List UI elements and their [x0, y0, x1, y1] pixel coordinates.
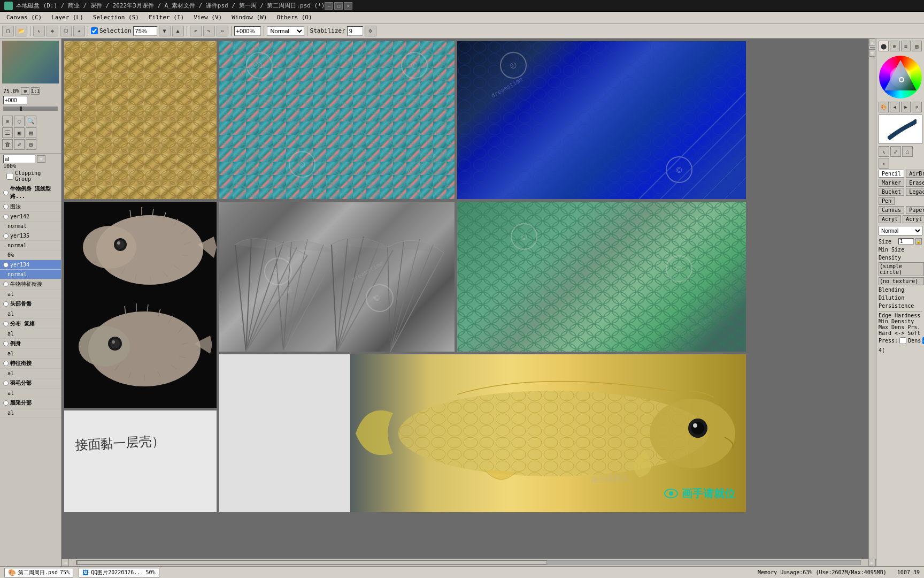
rotate-btn-2[interactable]: ↷ — [203, 26, 215, 36]
eraser-btn[interactable]: Eraser — [906, 179, 924, 187]
bucket-btn[interactable]: Bucket — [879, 188, 904, 196]
canvas-area[interactable]: dreamstime dreamstime dreamstime — [61, 39, 876, 566]
layer-eye[interactable] — [3, 341, 9, 346]
layer-142-sub[interactable]: normal — [0, 222, 61, 231]
color-forward-btn[interactable]: ▶ — [901, 102, 911, 112]
layer-al-feature[interactable]: al — [0, 369, 61, 378]
flip-btn[interactable]: ⇔ — [217, 26, 228, 36]
maximize-button[interactable]: □ — [334, 2, 343, 10]
layer-134[interactable]: yer134 — [0, 260, 61, 270]
color-preset-btn[interactable]: ▤ — [912, 41, 922, 51]
horizontal-scrollbar[interactable]: ◄ ► — [61, 559, 876, 566]
layer-eye[interactable] — [3, 361, 9, 366]
acryl2-btn[interactable]: Acryl — [903, 215, 924, 223]
size-input-box[interactable]: 1 — [898, 238, 914, 245]
status-file-1[interactable]: 🎨 第二周周日.psd 75% — [4, 568, 73, 577]
press-checkbox[interactable] — [899, 337, 906, 344]
layer-eye[interactable] — [3, 190, 9, 195]
layer-feature-group[interactable]: 特征衔接 — [0, 359, 61, 369]
menu-canvas[interactable]: Canvas (C) — [2, 13, 46, 22]
layer-draw-method[interactable]: 图法 — [0, 202, 61, 212]
layer-eye[interactable] — [3, 321, 9, 326]
layer-al-bio[interactable]: al — [0, 290, 61, 299]
menu-filter[interactable]: Filter (I) — [144, 13, 188, 22]
scroll-right-btn[interactable]: ► — [868, 559, 876, 566]
layer-name-input[interactable] — [3, 155, 35, 163]
color-wheel[interactable] — [879, 56, 922, 98]
zoom-up-btn[interactable]: ▲ — [172, 26, 184, 36]
layer-eye[interactable] — [3, 400, 9, 406]
minimize-button[interactable]: — — [325, 2, 333, 10]
layer-135[interactable]: yer135 — [0, 231, 61, 241]
magic-wand-btn[interactable]: ✦ — [73, 26, 85, 36]
pen-btn[interactable]: Pen — [879, 197, 895, 205]
menu-others[interactable]: Others (O) — [272, 13, 316, 22]
eyedrop-tool[interactable]: ⊕ — [2, 116, 13, 126]
scroll-track[interactable] — [76, 560, 861, 565]
selection-checkbox[interactable] — [91, 27, 98, 34]
new-button[interactable]: □ — [2, 26, 14, 36]
eyedrop2-tool[interactable]: ✐ — [14, 139, 25, 150]
layer-135-opacity[interactable]: 0% — [0, 250, 61, 260]
zoom-fit-btn[interactable]: ⊞ — [21, 87, 29, 95]
lasso-tool-btn[interactable]: ⬡ — [60, 26, 72, 36]
stabilizer-settings-btn[interactable]: ⚙ — [365, 26, 376, 36]
layer-menu-btn[interactable]: ▼ — [37, 155, 45, 163]
menu-selection[interactable]: Selection (S) — [89, 13, 143, 22]
rotate-btn-1[interactable]: ↶ — [190, 26, 202, 36]
scroll-thumb[interactable] — [77, 560, 547, 565]
trash-tool[interactable]: 🗑 — [2, 139, 13, 150]
layer-135-sub[interactable]: normal — [0, 241, 61, 250]
paper-btn[interactable]: Paper — [906, 206, 924, 214]
wand-tool-icon[interactable]: ✦ — [879, 158, 889, 169]
layer-al-color[interactable]: al — [0, 408, 61, 418]
zoom-tool[interactable]: 🔍 — [26, 116, 36, 126]
layer-bio-outline[interactable]: 牛物例身 流线型路... — [0, 184, 61, 202]
layer-eye[interactable] — [3, 233, 9, 239]
color-prev-btn[interactable]: ◀ — [890, 102, 900, 112]
blend-mode-dropdown[interactable]: Normal — [267, 26, 304, 36]
canvas-btn[interactable]: Canvas — [879, 206, 904, 214]
menu-view[interactable]: View (V) — [189, 13, 226, 22]
color-eyedrop-btn[interactable]: 🎨 — [879, 102, 889, 112]
vscroll-thumb[interactable] — [870, 47, 875, 48]
hand-tool[interactable]: ☰ — [2, 127, 13, 138]
airbrush-btn[interactable]: AirBrush — [906, 170, 924, 178]
transform-tool-icon[interactable]: ⤢ — [890, 146, 901, 157]
zoom-100-btn[interactable]: 1:1 — [31, 87, 40, 95]
layer-142[interactable]: yer142 — [0, 212, 61, 222]
layer-color-dist-group[interactable]: 颜采分部 — [0, 398, 61, 408]
layer-eye[interactable] — [3, 282, 9, 287]
zoom-down-btn[interactable]: ▼ — [159, 26, 171, 36]
color-swap-btn[interactable]: ⇄ — [912, 102, 922, 112]
layer-al-dist[interactable]: al — [0, 329, 61, 339]
scroll-left-btn[interactable]: ◄ — [61, 559, 69, 566]
layer-feather-group[interactable]: 羽毛分部 — [0, 378, 61, 389]
scroll-down-btn[interactable]: ▼ — [869, 49, 875, 57]
canvas-offset-input[interactable] — [3, 96, 27, 104]
select-tool-btn[interactable]: ↖ — [33, 26, 45, 36]
size-lock-btn[interactable]: 🔒 — [915, 238, 922, 245]
select-tool-icon[interactable]: ↖ — [879, 146, 889, 157]
select-rect-tool[interactable]: ▣ — [14, 127, 25, 138]
vertical-scrollbar[interactable]: ▲ ▼ — [868, 39, 876, 559]
zoom-input[interactable] — [133, 26, 157, 36]
open-button[interactable]: 📂 — [16, 26, 27, 36]
color-grid-btn[interactable]: ⊞ — [890, 41, 900, 51]
layer-head-bone-group[interactable]: 头部骨骼 — [0, 299, 61, 309]
status-file-2[interactable]: 🖼 QQ图片20220326... 50% — [79, 568, 159, 577]
layer-eye[interactable] — [3, 204, 9, 209]
color-circle-btn[interactable]: ⬤ — [879, 41, 889, 51]
menu-layer[interactable]: Layer (L) — [47, 13, 88, 22]
layer-bio-feature-group[interactable]: 牛物特征衔接 — [0, 279, 61, 290]
lasso-tool-icon[interactable]: ◌ — [902, 146, 913, 157]
layer-al-feather[interactable]: al — [0, 389, 61, 398]
vscroll-track[interactable] — [870, 47, 875, 48]
close-button[interactable]: ✕ — [344, 2, 352, 10]
acryl-btn[interactable]: Acryl — [879, 215, 901, 223]
layer-body-group[interactable]: 例身 — [0, 339, 61, 349]
texture-btn[interactable]: (no texture) — [879, 277, 924, 285]
legacy-btn[interactable]: Legacy — [906, 188, 924, 196]
brush-type-btn[interactable]: (simple circle) — [879, 262, 924, 276]
layer-eye[interactable] — [3, 262, 9, 268]
